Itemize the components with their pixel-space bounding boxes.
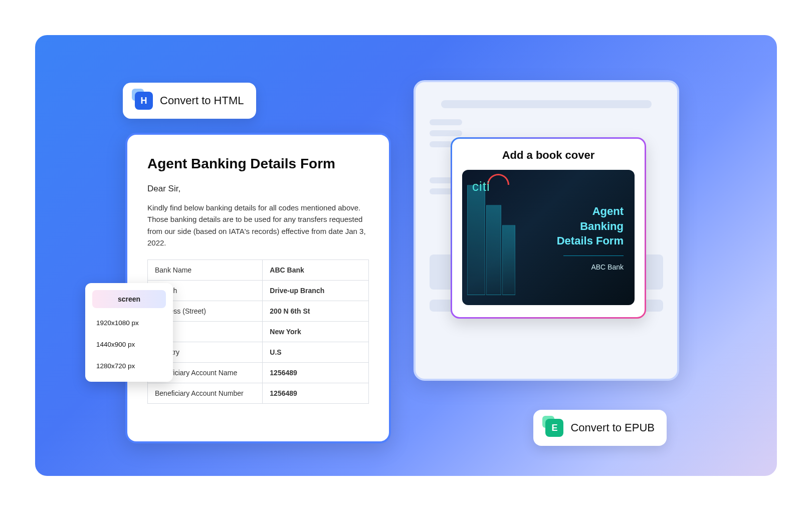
cover-subtitle: ABC Bank [591, 263, 624, 271]
citi-arc-icon [487, 174, 509, 185]
cover-panel-heading: Add a book cover [462, 149, 635, 162]
table-row: Address (Street)200 N 6th St [148, 301, 369, 322]
add-book-cover-panel[interactable]: Add a book cover citi AgentBankingDetail… [451, 137, 646, 319]
table-row: BranchDrive-up Branch [148, 281, 369, 301]
document-salutation: Dear Sir, [147, 184, 369, 194]
table-row: Beneficiary Account Name1256489 [148, 363, 369, 383]
cover-title-text: AgentBankingDetails Form [557, 204, 624, 248]
epub-preview-card: Add a book cover citi AgentBankingDetail… [414, 80, 679, 381]
skeleton-line [430, 119, 462, 125]
table-row: Beneficiary Account Number1256489 [148, 383, 369, 404]
screen-option[interactable]: 1280x720 px [85, 355, 173, 377]
document-title: Agent Banking Details Form [147, 156, 369, 172]
table-row: CityNew York [148, 322, 369, 342]
screen-option[interactable]: 1920x1080 px [85, 312, 173, 334]
html-icon: H [135, 92, 153, 110]
screen-dropdown-header: screen [92, 290, 166, 308]
table-row: CountryU.S [148, 342, 369, 363]
screen-option[interactable]: 1440x900 px [85, 334, 173, 355]
promo-stage: H Convert to HTML Agent Banking Details … [35, 35, 777, 476]
document-body: Kindly find below banking details for al… [147, 202, 369, 248]
skeleton-line [441, 100, 651, 108]
table-row: Bank NameABC Bank [148, 260, 369, 281]
convert-html-label: Convert to HTML [160, 94, 244, 107]
banking-details-table: Bank NameABC Bank BranchDrive-up Branch … [147, 260, 369, 404]
epub-icon: E [545, 419, 563, 437]
convert-epub-label: Convert to EPUB [570, 421, 655, 434]
skeleton-line [430, 130, 462, 136]
screen-size-dropdown[interactable]: screen 1920x1080 px 1440x900 px 1280x720… [85, 283, 173, 382]
convert-to-html-button[interactable]: H Convert to HTML [123, 83, 256, 119]
book-cover-image: citi AgentBankingDetails Form ABC Bank [462, 170, 635, 305]
convert-to-epub-button[interactable]: E Convert to EPUB [533, 410, 667, 446]
